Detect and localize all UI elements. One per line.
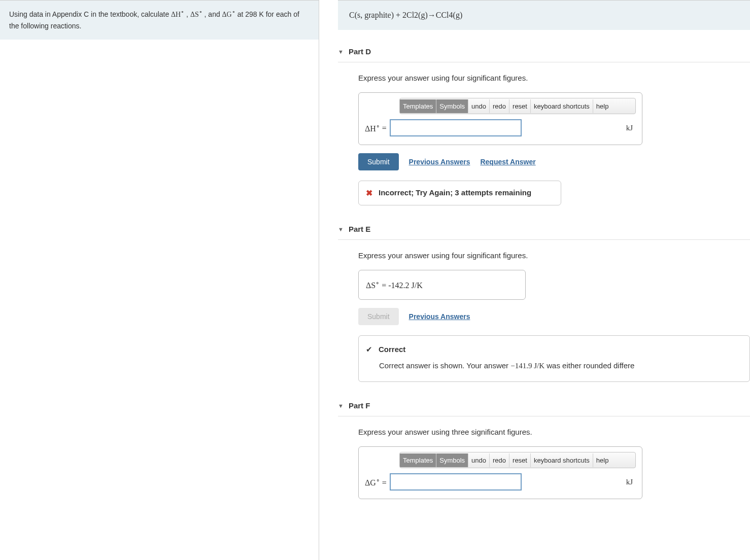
part-f-section: ▼ Part F Express your answer using three… <box>338 397 750 499</box>
delta-g-input[interactable] <box>390 473 522 491</box>
delta-s-symbol: ΔS∘ <box>190 11 202 18</box>
reaction-equation: C(s, graphite) + 2Cl2(g)→CCl4(g) <box>338 0 750 30</box>
caret-down-icon: ▼ <box>338 49 344 55</box>
correct-msg-post: was either rounded differe <box>547 361 634 370</box>
part-d-answer-box: Templates Symbols undo redo reset keyboa… <box>358 92 642 145</box>
question-prompt: Using data in Appendix C in the textbook… <box>0 0 319 40</box>
question-text-pre: Using data in Appendix C in the textbook… <box>9 10 171 18</box>
delta-g-symbol: ΔG∘ <box>222 11 235 18</box>
part-e-instructions: Express your answer using four significa… <box>358 251 750 260</box>
undo-button[interactable]: undo <box>468 99 490 113</box>
part-e-title: Part E <box>349 225 370 233</box>
your-answer-value: −141.9 J/K <box>510 362 544 370</box>
part-e-answer-display: ΔS∘ = -142.2 J/K <box>358 270 526 300</box>
shortcuts-button[interactable]: keyboard shortcuts <box>531 453 593 467</box>
correct-msg-pre: Correct answer is shown. Your answer <box>379 361 510 370</box>
reset-button[interactable]: reset <box>509 99 531 113</box>
part-e-header[interactable]: ▼ Part E <box>338 221 750 240</box>
previous-answers-link[interactable]: Previous Answers <box>409 158 470 166</box>
delta-g-label: ΔG∘ = <box>365 477 390 487</box>
help-button[interactable]: help <box>593 99 612 113</box>
delta-h-label: ΔH∘ = <box>365 122 390 133</box>
caret-down-icon: ▼ <box>338 226 344 232</box>
undo-button[interactable]: undo <box>468 453 490 467</box>
reset-button[interactable]: reset <box>509 453 531 467</box>
templates-button[interactable]: Templates <box>400 99 436 113</box>
equation-toolbar: Templates Symbols undo redo reset keyboa… <box>399 98 636 114</box>
part-f-answer-box: Templates Symbols undo redo reset keyboa… <box>358 446 642 499</box>
delta-h-symbol: ΔH∘ <box>171 11 184 18</box>
part-e-section: ▼ Part E Express your answer using four … <box>338 221 750 382</box>
part-d-header[interactable]: ▼ Part D <box>338 43 750 62</box>
previous-answers-link[interactable]: Previous Answers <box>409 312 470 321</box>
request-answer-link[interactable]: Request Answer <box>480 158 535 166</box>
help-button[interactable]: help <box>593 453 612 467</box>
part-f-title: Part F <box>349 401 370 410</box>
symbols-button[interactable]: Symbols <box>436 453 468 467</box>
part-f-header[interactable]: ▼ Part F <box>338 397 750 416</box>
incorrect-feedback: ✖ Incorrect; Try Again; 3 attempts remai… <box>358 181 561 205</box>
redo-button[interactable]: redo <box>490 453 509 467</box>
equation-toolbar: Templates Symbols undo redo reset keyboa… <box>399 452 636 468</box>
part-d-instructions: Express your answer using four significa… <box>358 74 750 82</box>
shortcuts-button[interactable]: keyboard shortcuts <box>531 99 593 113</box>
column-divider <box>319 0 324 560</box>
unit-kj: kJ <box>626 478 636 486</box>
part-d-section: ▼ Part D Express your answer using four … <box>338 43 750 205</box>
part-d-title: Part D <box>349 47 371 56</box>
correct-label: Correct <box>379 343 405 356</box>
templates-button[interactable]: Templates <box>400 453 436 467</box>
submit-button[interactable]: Submit <box>358 153 399 170</box>
symbols-button[interactable]: Symbols <box>436 99 468 113</box>
delta-h-input[interactable] <box>390 119 522 136</box>
submit-button-disabled: Submit <box>358 308 399 325</box>
redo-button[interactable]: redo <box>490 99 509 113</box>
incorrect-text: Incorrect; Try Again; 3 attempts remaini… <box>379 188 531 197</box>
unit-kj: kJ <box>626 124 636 132</box>
caret-down-icon: ▼ <box>338 403 344 409</box>
x-icon: ✖ <box>366 188 372 198</box>
part-f-instructions: Express your answer using three signific… <box>358 428 750 436</box>
check-icon: ✔ <box>366 343 372 356</box>
correct-feedback: ✔ Correct Correct answer is shown. Your … <box>358 335 750 382</box>
